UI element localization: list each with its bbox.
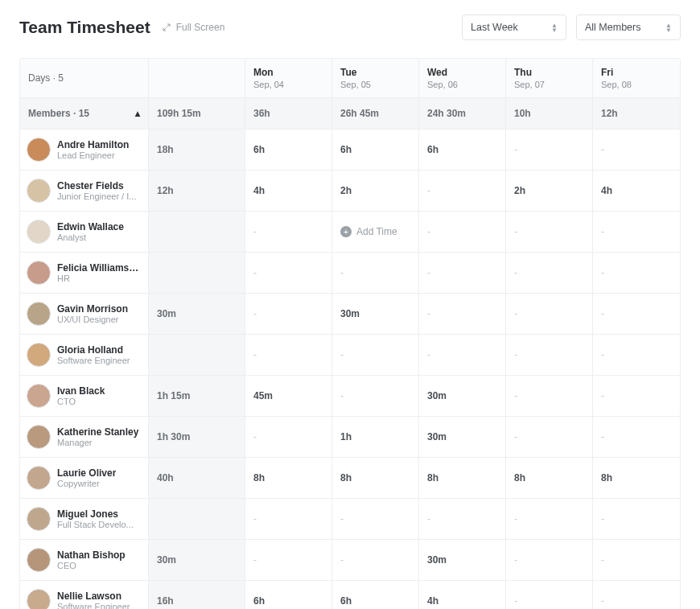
time-value: 30m [340, 308, 360, 319]
time-cell[interactable]: - [245, 417, 332, 457]
time-cell[interactable]: - [506, 294, 593, 334]
time-cell[interactable]: - [506, 253, 593, 293]
time-cell[interactable]: - [245, 212, 332, 252]
day-header-thu: Thu Sep, 07 [506, 59, 593, 97]
time-cell[interactable]: 45m [245, 376, 332, 416]
time-cell[interactable]: - [419, 335, 506, 375]
time-cell[interactable]: - [593, 417, 680, 457]
fullscreen-button[interactable]: Full Screen [162, 22, 225, 33]
time-cell[interactable]: - [593, 581, 680, 609]
time-cell[interactable]: - [593, 376, 680, 416]
time-cell[interactable]: - [506, 540, 593, 580]
time-cell[interactable]: 8h [332, 458, 419, 498]
time-cell[interactable]: 6h [332, 581, 419, 609]
empty-value: - [601, 349, 604, 360]
time-cell[interactable]: - [419, 253, 506, 293]
time-cell[interactable]: - [332, 499, 419, 539]
empty-value: - [601, 554, 604, 566]
member-cell[interactable]: Gavin MorrisonUX/UI Designer [20, 294, 149, 334]
member-role: Full Stack Develo... [57, 520, 134, 529]
time-cell[interactable]: - [419, 499, 506, 539]
time-cell[interactable]: - [593, 294, 680, 334]
total-all-cell: 109h 15m [149, 98, 245, 129]
time-cell[interactable]: - [593, 335, 680, 375]
member-cell[interactable]: Katherine StanleyManager [20, 417, 149, 457]
time-cell[interactable]: 4h [245, 171, 332, 211]
time-cell[interactable]: - [506, 581, 593, 609]
time-cell[interactable]: - [419, 294, 506, 334]
time-cell[interactable]: - [332, 376, 419, 416]
time-cell[interactable]: 1h [332, 417, 419, 457]
member-total: 1h 30m [149, 417, 245, 457]
time-cell[interactable]: 4h [593, 171, 680, 211]
time-cell[interactable]: - [245, 253, 332, 293]
time-cell[interactable]: - [593, 540, 680, 580]
members-count-header[interactable]: Members · 15 ▴ [20, 98, 149, 129]
time-cell[interactable]: - [332, 540, 419, 580]
member-cell[interactable]: Nellie LawsonSoftware Engineer [20, 581, 149, 609]
time-cell[interactable]: - [332, 335, 419, 375]
time-cell[interactable]: 30m [332, 294, 419, 334]
member-cell[interactable]: Gloria HollandSoftware Engineer [20, 335, 149, 375]
time-cell[interactable]: - [593, 130, 680, 170]
members-select-value: All Members [585, 22, 640, 33]
members-select[interactable]: All Members ▲▼ [576, 14, 681, 40]
time-cell[interactable]: 6h [419, 130, 506, 170]
time-cell[interactable]: - [593, 253, 680, 293]
time-cell[interactable]: - [593, 499, 680, 539]
member-cell[interactable]: Nathan BishopCEO [20, 540, 149, 580]
member-cell[interactable]: Chester FieldsJunior Engineer / I... [20, 171, 149, 211]
time-cell[interactable]: - [332, 253, 419, 293]
time-cell[interactable]: - [245, 335, 332, 375]
time-cell[interactable]: 6h [245, 581, 332, 609]
time-cell[interactable]: - [593, 212, 680, 252]
time-cell[interactable]: 2h [332, 171, 419, 211]
member-cell[interactable]: Ivan BlackCTO [20, 376, 149, 416]
period-select[interactable]: Last Week ▲▼ [462, 14, 566, 40]
time-cell[interactable]: - [245, 499, 332, 539]
time-cell[interactable]: 30m [419, 376, 506, 416]
days-count-label: Days · 5 [20, 59, 149, 97]
time-cell[interactable]: +Add Time [332, 212, 419, 252]
day-header-wed: Wed Sep, 06 [419, 59, 506, 97]
time-cell[interactable]: 8h [593, 458, 680, 498]
time-cell[interactable]: 2h [506, 171, 593, 211]
time-cell[interactable]: - [506, 499, 593, 539]
member-cell[interactable]: Felicia WilliamsonHR [20, 253, 149, 293]
time-cell[interactable]: - [506, 212, 593, 252]
member-total: 30m [149, 294, 245, 334]
empty-value: - [340, 349, 344, 360]
member-total: 30m [149, 540, 245, 580]
member-cell[interactable]: Edwin WallaceAnalyst [20, 212, 149, 252]
empty-value: - [601, 513, 604, 525]
time-cell[interactable]: - [506, 335, 593, 375]
avatar [27, 507, 51, 531]
time-cell[interactable]: 30m [419, 417, 506, 457]
time-cell[interactable]: 4h [419, 581, 506, 609]
empty-value: - [514, 349, 517, 360]
sort-icon: ▲▼ [665, 23, 672, 32]
time-cell[interactable]: 30m [419, 540, 506, 580]
time-value: 4h [253, 185, 265, 196]
time-cell[interactable]: - [506, 130, 593, 170]
time-cell[interactable]: 8h [419, 458, 506, 498]
time-cell[interactable]: 8h [506, 458, 593, 498]
add-time-button[interactable]: +Add Time [340, 226, 397, 237]
time-cell[interactable]: - [506, 376, 593, 416]
time-cell[interactable]: - [419, 171, 506, 211]
time-cell[interactable]: - [245, 540, 332, 580]
day-total-mon: 36h [245, 98, 332, 129]
time-cell[interactable]: 6h [332, 130, 419, 170]
member-cell[interactable]: Laurie OliverCopywriter [20, 458, 149, 498]
day-dow: Fri [601, 67, 613, 78]
time-cell[interactable]: 8h [245, 458, 332, 498]
member-total: 12h [149, 171, 245, 211]
time-cell[interactable]: - [419, 212, 506, 252]
member-cell[interactable]: Miguel JonesFull Stack Develo... [20, 499, 149, 539]
empty-value: - [601, 308, 604, 319]
member-cell[interactable]: Andre HamiltonLead Engineer [20, 130, 149, 170]
avatar [27, 343, 51, 367]
time-cell[interactable]: 6h [245, 130, 332, 170]
time-cell[interactable]: - [245, 294, 332, 334]
time-cell[interactable]: - [506, 417, 593, 457]
